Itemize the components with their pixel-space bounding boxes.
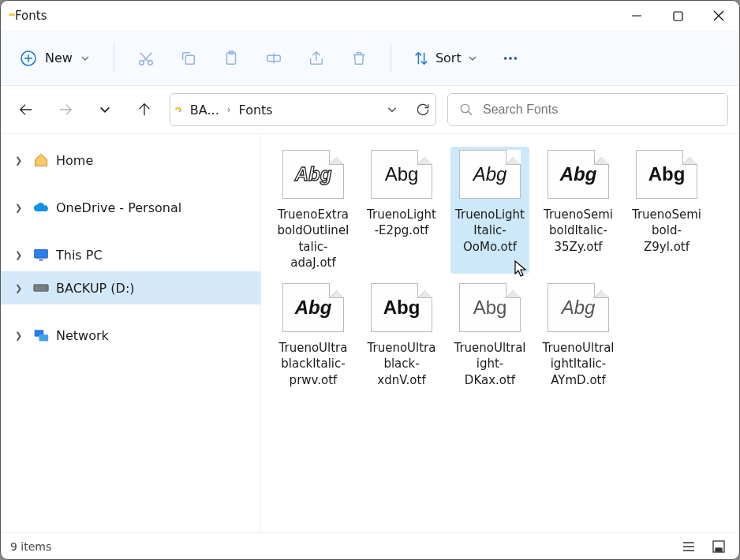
new-button[interactable]: New [9, 43, 101, 73]
chevron-down-icon [80, 54, 90, 63]
sidebar-item-label: Home [56, 153, 93, 168]
cut-button[interactable] [127, 39, 165, 77]
details-view-button[interactable] [678, 537, 700, 556]
chevron-right-icon[interactable]: ❯ [15, 250, 26, 260]
forward-button[interactable] [51, 95, 80, 124]
file-grid[interactable]: Abg TruenoExtraboldOutlineItalic-adaJ.ot… [261, 134, 739, 532]
chevron-right-icon[interactable]: › [178, 104, 182, 115]
svg-rect-18 [716, 548, 722, 551]
chevron-down-icon [468, 54, 477, 63]
onedrive-icon [32, 199, 50, 216]
chevron-right-icon[interactable]: ❯ [15, 283, 26, 293]
breadcrumb-segment[interactable]: BA... [185, 99, 224, 121]
font-file-icon: Abg [282, 283, 344, 332]
font-file-icon: Abg [548, 283, 609, 332]
ellipsis-icon [502, 50, 519, 67]
arrow-up-icon [136, 101, 153, 118]
sidebar-item[interactable]: ❯ Home [1, 144, 260, 177]
main-area: ❯ Home ❯ OneDrive - Personal ❯ This PC ❯… [1, 133, 739, 532]
separator [391, 44, 391, 73]
refresh-icon[interactable] [415, 102, 431, 118]
font-preview-glyph: Abg [473, 297, 507, 319]
font-file-icon: Abg [282, 150, 344, 199]
file-name: TruenoExtraboldOutlineItalic-adaJ.otf [277, 207, 349, 271]
close-button[interactable] [698, 1, 739, 31]
file-name: TruenoLightItalic-OoMo.otf [454, 207, 526, 255]
icons-view-button[interactable] [708, 537, 730, 556]
chevron-down-icon[interactable] [387, 104, 398, 115]
svg-rect-4 [185, 55, 194, 64]
recent-button[interactable] [91, 95, 119, 124]
font-preview-glyph: Abg [383, 297, 420, 319]
arrow-left-icon [17, 101, 35, 118]
delete-button[interactable] [340, 39, 378, 77]
chevron-right-icon[interactable]: ❯ [15, 330, 26, 341]
status-text: 9 items [10, 540, 51, 553]
chevron-right-icon[interactable]: › [227, 104, 231, 115]
font-file-icon: Abg [636, 150, 697, 199]
font-file-icon: Abg [459, 283, 521, 332]
grid-icon [712, 539, 726, 554]
svg-rect-12 [35, 249, 48, 258]
svg-point-11 [461, 104, 469, 113]
statusbar: 9 items [1, 532, 739, 559]
more-button[interactable] [491, 39, 529, 77]
rename-button[interactable] [255, 39, 293, 77]
file-tile[interactable]: Abg TruenoSemibold-Z9yl.otf [627, 147, 706, 274]
search-box[interactable] [447, 93, 728, 126]
file-name: TruenoUltralightItalic-AYmD.otf [542, 340, 615, 388]
window-title: Fonts [15, 9, 47, 23]
sidebar-item-label: This PC [56, 248, 103, 263]
sidebar-item-label: OneDrive - Personal [56, 200, 181, 215]
chevron-right-icon[interactable]: ❯ [15, 203, 26, 213]
new-button-label: New [45, 50, 73, 65]
chevron-right-icon[interactable]: ❯ [15, 155, 26, 166]
sidebar: ❯ Home ❯ OneDrive - Personal ❯ This PC ❯… [1, 134, 261, 532]
file-name: TruenoSemibold-Z9yl.otf [630, 207, 703, 255]
back-button[interactable] [12, 95, 40, 124]
drive-icon [32, 279, 50, 297]
file-tile[interactable]: Abg TruenoLightItalic-OoMo.otf [450, 147, 529, 274]
chevron-down-icon [99, 103, 111, 116]
sidebar-item[interactable]: ❯ OneDrive - Personal [1, 191, 260, 224]
search-icon [459, 103, 473, 117]
file-tile[interactable]: Abg TruenoUltrablackItalic-prwv.otf [274, 280, 353, 391]
minimize-button[interactable] [616, 1, 657, 31]
toolbar: New Sort [1, 31, 739, 86]
up-button[interactable] [130, 95, 159, 124]
clipboard-icon [222, 50, 240, 67]
file-tile[interactable]: Abg TruenoLight-E2pg.otf [362, 147, 441, 274]
search-input[interactable] [483, 103, 716, 117]
file-tile[interactable]: Abg TruenoUltrablack-xdnV.otf [362, 280, 441, 391]
file-tile[interactable]: Abg TruenoUltralight-DKax.otf [450, 280, 529, 391]
sort-button[interactable]: Sort [404, 44, 487, 73]
breadcrumb[interactable]: › BA... › Fonts [170, 93, 436, 126]
file-tile[interactable]: Abg TruenoSemiboldItalic-35Zy.otf [539, 147, 618, 274]
svg-point-2 [140, 60, 144, 65]
sidebar-item[interactable]: ❯ Network [1, 319, 260, 352]
share-icon [308, 50, 325, 67]
list-icon [682, 539, 696, 554]
sort-icon [413, 50, 429, 66]
breadcrumb-segment[interactable]: Fonts [234, 99, 278, 121]
maximize-button[interactable] [657, 1, 698, 31]
font-file-icon: Abg [459, 150, 521, 199]
svg-rect-0 [674, 12, 682, 21]
svg-point-8 [504, 57, 506, 59]
font-preview-glyph: Abg [648, 163, 686, 185]
file-name: TruenoLight-E2pg.otf [365, 207, 438, 239]
svg-point-14 [46, 287, 47, 289]
navbar: › BA... › Fonts [1, 86, 739, 133]
sidebar-item[interactable]: ❯ This PC [1, 238, 260, 271]
file-tile[interactable]: Abg TruenoUltralightItalic-AYmD.otf [539, 280, 618, 391]
monitor-icon [32, 246, 50, 263]
file-tile[interactable]: Abg TruenoExtraboldOutlineItalic-adaJ.ot… [274, 147, 353, 274]
network-icon [32, 327, 50, 344]
copy-button[interactable] [170, 39, 207, 77]
svg-point-10 [514, 57, 517, 59]
separator [114, 44, 114, 73]
paste-button[interactable] [212, 39, 250, 77]
svg-rect-16 [39, 334, 49, 341]
sidebar-item[interactable]: ❯ BACKUP (D:) [1, 271, 260, 304]
share-button[interactable] [297, 39, 335, 77]
